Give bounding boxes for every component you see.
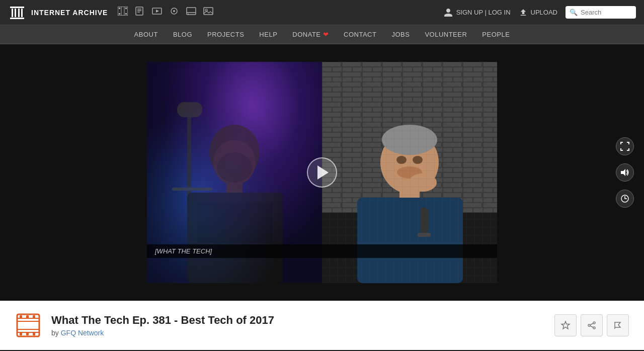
donate-nav-item[interactable]: DONATE❤: [292, 27, 329, 42]
svg-marker-17: [156, 10, 159, 13]
author-prefix: by: [51, 329, 59, 337]
svg-rect-28: [177, 102, 202, 117]
help-nav-item[interactable]: HELP: [259, 27, 277, 42]
item-metadata: What The Tech Ep. 381 - Best Tech of 201…: [51, 314, 544, 337]
projects-nav-item[interactable]: PROJECTS: [207, 27, 244, 42]
item-author: by GFQ Network: [51, 329, 544, 337]
svg-marker-53: [621, 169, 625, 176]
volunteer-nav-item[interactable]: VOLUNTEER: [425, 27, 467, 42]
svg-rect-11: [121, 7, 124, 16]
heart-icon: ❤: [323, 31, 329, 38]
svg-rect-52: [418, 233, 431, 237]
svg-rect-33: [226, 178, 243, 193]
ia-logo[interactable]: INTERNET ARCHIVE: [8, 4, 108, 22]
clock-icon: [620, 194, 629, 203]
films-icon[interactable]: [118, 7, 128, 18]
svg-point-66: [588, 324, 590, 326]
svg-rect-7: [119, 8, 120, 9]
svg-rect-41: [322, 62, 497, 213]
item-type-icon: [15, 312, 41, 338]
svg-rect-56: [17, 318, 39, 321]
texts-icon[interactable]: [135, 7, 145, 18]
signup-login-text: SIGN UP | LOG IN: [456, 9, 511, 16]
svg-rect-62: [26, 332, 29, 335]
svg-rect-59: [26, 315, 29, 318]
svg-rect-23: [204, 8, 213, 15]
svg-rect-27: [187, 102, 191, 203]
audio-icon[interactable]: [169, 7, 179, 18]
top-navigation: INTERNET ARCHIVE SIGN UP | LOG IN: [0, 0, 644, 25]
svg-line-68: [590, 323, 593, 325]
svg-point-22: [188, 14, 189, 15]
svg-rect-57: [17, 329, 39, 332]
svg-rect-8: [125, 8, 127, 9]
share-button[interactable]: [581, 314, 603, 336]
software-icon[interactable]: [186, 7, 196, 18]
site-name: INTERNET ARCHIVE: [31, 9, 108, 17]
svg-rect-63: [33, 332, 35, 335]
svg-rect-9: [119, 13, 120, 15]
svg-rect-51: [420, 208, 428, 233]
flag-button[interactable]: [607, 314, 629, 336]
svg-point-31: [209, 125, 260, 180]
svg-point-49: [397, 166, 422, 179]
clock-button[interactable]: [616, 190, 634, 208]
secondary-navigation: ABOUT BLOG PROJECTS HELP DONATE❤ CONTACT…: [0, 25, 644, 44]
item-info-bar: What The Tech Ep. 381 - Best Tech of 201…: [0, 301, 644, 350]
svg-line-69: [590, 326, 593, 327]
favorite-button[interactable]: [554, 314, 577, 336]
about-nav-item[interactable]: ABOUT: [134, 27, 158, 42]
contact-nav-item[interactable]: CONTACT: [344, 27, 376, 42]
svg-rect-43: [357, 198, 463, 283]
svg-rect-44: [399, 175, 420, 198]
svg-point-46: [382, 125, 437, 155]
search-input[interactable]: [566, 6, 636, 19]
images-icon[interactable]: [203, 7, 213, 18]
item-title: What The Tech Ep. 381 - Best Tech of 201…: [51, 314, 544, 327]
fullscreen-button[interactable]: [616, 137, 634, 155]
main-content: [WHAT THE TECH]: [0, 44, 644, 301]
blog-nav-item[interactable]: BLOG: [173, 27, 192, 42]
movies-icon[interactable]: [152, 7, 162, 18]
signup-login-link[interactable]: SIGN UP | LOG IN: [443, 8, 511, 18]
svg-point-67: [593, 327, 595, 329]
top-nav-right: SIGN UP | LOG IN UPLOAD 🔍: [443, 6, 636, 19]
share-icon: [587, 321, 596, 330]
jobs-nav-item[interactable]: JOBS: [391, 27, 410, 42]
svg-point-19: [173, 10, 175, 12]
archive-logo-icon: [8, 4, 26, 22]
svg-rect-5: [21, 9, 23, 17]
svg-point-65: [593, 322, 595, 324]
svg-point-24: [205, 9, 207, 11]
volume-button[interactable]: [616, 163, 634, 182]
author-link[interactable]: GFQ Network: [61, 329, 104, 337]
svg-point-47: [396, 156, 407, 164]
video-player[interactable]: [WHAT THE TECH]: [147, 62, 497, 283]
svg-rect-61: [20, 332, 22, 335]
action-buttons: [554, 314, 629, 336]
svg-rect-60: [33, 315, 35, 318]
svg-rect-10: [125, 13, 127, 15]
upload-link[interactable]: UPLOAD: [519, 8, 557, 17]
fullscreen-icon: [620, 142, 629, 151]
upload-text: UPLOAD: [531, 9, 557, 16]
svg-rect-2: [12, 9, 13, 17]
svg-rect-4: [18, 9, 20, 17]
svg-rect-20: [187, 8, 196, 15]
svg-point-36: [217, 152, 252, 183]
people-nav-item[interactable]: PEOPLE: [482, 27, 510, 42]
svg-rect-29: [172, 188, 212, 191]
svg-rect-12: [136, 7, 143, 15]
svg-rect-1: [10, 7, 24, 8]
play-button[interactable]: [307, 157, 337, 188]
volume-icon: [620, 168, 629, 177]
svg-point-50: [409, 173, 437, 192]
film-icon: [16, 313, 40, 337]
svg-point-32: [213, 140, 256, 185]
upload-icon: [519, 8, 528, 17]
subtitle-bar: [WHAT THE TECH]: [147, 244, 497, 258]
svg-rect-58: [20, 315, 22, 318]
svg-rect-35: [197, 203, 273, 243]
star-icon: [561, 321, 570, 330]
svg-point-45: [380, 131, 439, 194]
